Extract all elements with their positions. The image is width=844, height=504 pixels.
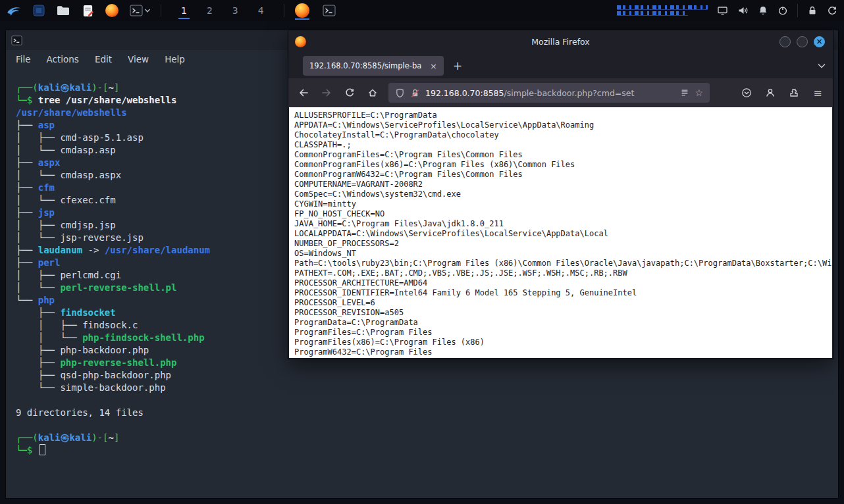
reader-mode-icon[interactable]	[680, 88, 689, 97]
panel-separator	[161, 4, 161, 17]
terminal-cursor	[40, 444, 45, 455]
env-line: FP_NO_HOST_CHECK=NO	[294, 209, 832, 219]
env-line: ProgramData=C:\ProgramData	[294, 318, 832, 328]
env-line: ALLUSERSPROFILE=C:\ProgramData	[294, 111, 832, 120]
env-line: LOCALAPPDATA=C:\Windows\ServiceProfiles\…	[294, 229, 832, 239]
terminal-icon	[11, 35, 22, 46]
terminal-line: └─$	[16, 444, 834, 457]
back-button[interactable]	[294, 83, 313, 103]
window-title: Mozilla Firefox	[288, 37, 833, 47]
tab-close-icon[interactable]: ×	[430, 61, 437, 71]
notifications-bell-icon[interactable]	[758, 5, 768, 16]
url-text: 192.168.0.70:8585/simple-backdoor.php?cm…	[425, 88, 634, 98]
browser-tab[interactable]: 192.168.0.70:8585/simple-ba ×	[303, 56, 444, 76]
workspace-1[interactable]: 1	[176, 1, 192, 20]
terminal-line	[16, 394, 834, 407]
menu-hamburger-icon[interactable]: ≡	[808, 83, 828, 103]
workspace-4[interactable]: 4	[253, 1, 269, 20]
firefox-tabbar: 192.168.0.70:8585/simple-ba × +	[288, 53, 833, 78]
close-button[interactable]: ×	[814, 36, 825, 47]
workspace-2[interactable]: 2	[202, 1, 217, 20]
workspace-3[interactable]: 3	[228, 1, 243, 20]
terminal-launcher-icon[interactable]	[128, 3, 152, 18]
taskbar-firefox-button[interactable]	[293, 1, 311, 20]
env-line: COMPUTERNAME=VAGRANT-2008R2	[294, 180, 832, 189]
list-tabs-chevron-icon[interactable]	[817, 63, 826, 69]
env-line: PROCESSOR_ARCHITECTURE=AMD64	[294, 278, 832, 288]
firefox-titlebar[interactable]: Mozilla Firefox ×	[288, 30, 833, 53]
minimize-button[interactable]	[779, 36, 791, 47]
terminal-line: 9 directories, 14 files	[16, 407, 834, 419]
env-line: ProgramFiles=C:\Program Files	[294, 328, 832, 338]
panel-separator	[284, 4, 284, 17]
panel-right	[617, 0, 837, 21]
forward-button[interactable]	[317, 83, 336, 103]
terminal-menu-view[interactable]: View	[128, 54, 149, 64]
top-panel: 1234	[0, 0, 844, 21]
url-host: 192.168.0.70:8585	[425, 88, 504, 98]
env-line: ChocolateyInstall=C:\ProgramData\chocola…	[294, 130, 832, 140]
panel-left: 1234	[7, 0, 338, 21]
env-line: ProgramW6432=C:\Program Files	[294, 347, 832, 357]
reload-button[interactable]	[340, 83, 359, 103]
power-manager-icon[interactable]	[778, 5, 788, 16]
env-line: PROCESSOR_REVISION=a505	[294, 308, 832, 318]
account-icon[interactable]	[760, 83, 780, 103]
new-tab-button[interactable]: +	[453, 59, 462, 72]
terminal-line: ┌──(kali㉿kali)-[~]	[16, 432, 834, 444]
terminal-menu-actions[interactable]: Actions	[47, 54, 79, 64]
env-line: CLASSPATH=.;	[294, 140, 832, 150]
extensions-puzzle-icon[interactable]	[784, 83, 804, 103]
system-monitor-applet[interactable]	[617, 3, 708, 18]
home-button[interactable]	[363, 83, 382, 103]
env-line: CommonProgramFiles=C:\Program Files\Comm…	[294, 150, 832, 160]
env-line: PATHEXT=.COM;.EXE;.BAT;.CMD;.VBS;.VBE;.J…	[294, 268, 832, 278]
env-line: ComSpec=C:\Windows\system32\cmd.exe	[294, 189, 832, 199]
env-line: APPDATA=C:\Windows\ServiceProfiles\Local…	[294, 120, 832, 130]
window-controls: ×	[779, 36, 825, 47]
firefox-launcher-icon[interactable]	[104, 3, 120, 18]
env-line: ProgramFiles(x86)=C:\Program Files (x86)	[294, 338, 832, 347]
firefox-navbar: 192.168.0.70:8585/simple-backdoor.php?cm…	[288, 78, 833, 107]
insecure-lock-icon[interactable]	[410, 88, 420, 98]
app-window-icon[interactable]	[31, 3, 47, 18]
terminal-menu-help[interactable]: Help	[165, 54, 185, 64]
env-line: CommonProgramW6432=C:\Program Files\Comm…	[294, 170, 832, 180]
url-bar[interactable]: 192.168.0.70:8585/simple-backdoor.php?cm…	[388, 83, 710, 103]
terminal-menu-edit[interactable]: Edit	[95, 54, 112, 64]
kali-menu-icon[interactable]	[7, 3, 22, 18]
pocket-icon[interactable]	[737, 83, 756, 103]
env-line: CYGWIN=mintty	[294, 199, 832, 209]
chevron-down-icon	[144, 8, 151, 13]
maximize-button[interactable]	[797, 36, 808, 47]
text-editor-icon[interactable]	[80, 3, 95, 18]
page-content: ALLUSERSPROFILE=C:\ProgramDataAPPDATA=C:…	[289, 107, 832, 358]
env-line: PROCESSOR_IDENTIFIER=Intel64 Family 6 Mo…	[294, 288, 832, 298]
file-manager-icon[interactable]	[55, 3, 71, 18]
env-line: OS=Windows_NT	[294, 249, 832, 259]
firefox-window: Mozilla Firefox × 192.168.0.70:8585/simp…	[288, 30, 833, 359]
terminal-line: ├── qsd-php-backdoor.php	[16, 369, 834, 382]
tracking-shield-icon[interactable]	[395, 88, 405, 98]
toolbar-right-icons: ≡	[737, 83, 828, 103]
terminal-line	[16, 419, 834, 432]
terminal-line: └── simple-backdoor.php	[16, 382, 834, 394]
volume-icon[interactable]	[737, 5, 749, 16]
workspace-switcher: 1234	[176, 1, 269, 20]
display-icon[interactable]	[717, 5, 728, 16]
tab-label: 192.168.0.70:8585/simple-ba	[309, 61, 425, 70]
env-line: JAVA_HOME=C:\Program Files\Java\jdk1.8.0…	[294, 219, 832, 229]
lock-screen-icon[interactable]	[807, 5, 818, 16]
env-line: PROCESSOR_LEVEL=6	[294, 298, 832, 308]
panel-separator	[797, 4, 798, 17]
env-line: Path=C:\tools\ruby23\bin;C:\Program File…	[294, 259, 832, 268]
env-line: CommonProgramFiles(x86)=C:\Program Files…	[294, 160, 832, 170]
env-line: NUMBER_OF_PROCESSORS=2	[294, 239, 832, 249]
desktop: 1234	[0, 0, 844, 504]
terminal-menu-file[interactable]: File	[16, 54, 31, 64]
url-path: /simple-backdoor.php?cmd=set	[504, 88, 635, 98]
taskbar-terminal-button[interactable]	[320, 1, 338, 20]
bookmark-star-icon[interactable]: ☆	[695, 88, 703, 98]
logout-session-icon[interactable]	[827, 5, 837, 16]
